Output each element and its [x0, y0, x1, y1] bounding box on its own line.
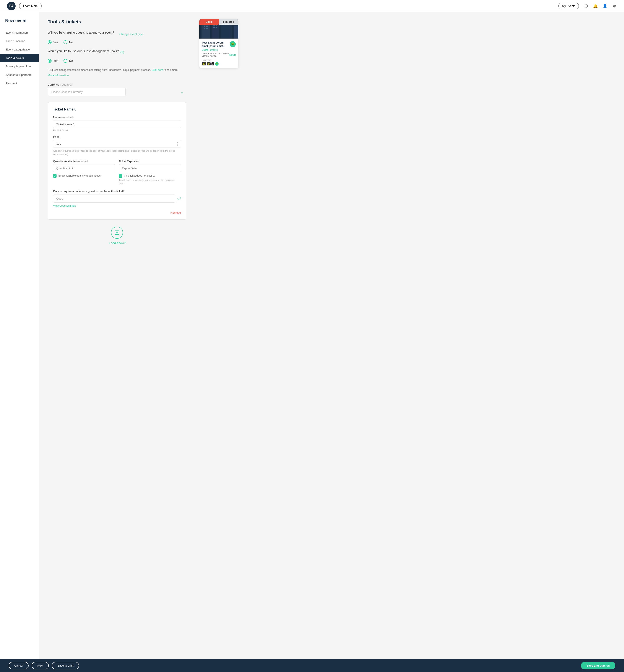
- ticket-price-input[interactable]: [53, 140, 181, 148]
- click-here-link[interactable]: Click here: [152, 69, 163, 72]
- ticket-price-field: Price ▲ ▼ Add any required taxes or fees…: [53, 135, 181, 156]
- preview-event-row: Test Event Lorem amet ipsum amet... Dash…: [202, 41, 236, 51]
- cancel-button[interactable]: Cancel: [9, 662, 29, 669]
- my-events-button[interactable]: My Events: [558, 3, 579, 9]
- app-layout: New event Event information Time & locat…: [0, 12, 624, 672]
- svg-rect-23: [234, 26, 238, 38]
- guest-mgmt-no-radio[interactable]: [63, 59, 68, 63]
- guest-mgmt-yes-radio[interactable]: [48, 59, 52, 63]
- qty-checkbox-row: Show available quantity to attendees.: [53, 174, 115, 178]
- add-ticket-icon: [111, 227, 123, 239]
- qty-required: (required): [76, 160, 88, 163]
- expiry-checkbox-row: This ticket does not expire.: [119, 174, 181, 178]
- svg-rect-14: [213, 27, 215, 28]
- code-input[interactable]: [53, 195, 175, 203]
- preview-event-info: Test Event Lorem amet ipsum amet... Dash…: [202, 41, 228, 51]
- add-ticket-link[interactable]: + Add a ticket: [108, 241, 126, 244]
- expiry-column: Ticket Expiration This ticket does not e…: [119, 160, 181, 185]
- logo: F4: [7, 2, 16, 10]
- preview-tab-basic[interactable]: Basic: [199, 19, 219, 25]
- charging-yes-radio[interactable]: [48, 40, 52, 44]
- expiry-checkbox[interactable]: [119, 174, 122, 178]
- expiry-hint: Ticket won't be visible to purchase afte…: [119, 179, 181, 185]
- ticket-name-required: (required): [61, 116, 74, 119]
- save-draft-button[interactable]: Save to draft: [52, 662, 79, 669]
- ticket-card-title: Ticket Name 0: [53, 107, 181, 111]
- currency-label: Currency (required): [48, 83, 186, 86]
- sidebar-item-time-location[interactable]: Time & location: [0, 37, 39, 45]
- qty-label: Quantity Available (required): [53, 160, 115, 163]
- qty-checkbox[interactable]: [53, 174, 56, 178]
- sidebar-item-event-categorization[interactable]: Event categorization: [0, 45, 39, 54]
- guest-mgmt-info-icon[interactable]: ⓘ: [121, 50, 124, 55]
- currency-required: (required): [60, 83, 72, 86]
- currency-select-wrapper: Please Choose Currency ⌄: [48, 88, 186, 96]
- charging-yes-option[interactable]: Yes: [48, 40, 58, 44]
- charging-no-option[interactable]: No: [63, 40, 73, 44]
- change-event-type-link[interactable]: Change event type: [120, 32, 143, 36]
- bottom-bar: Cancel Next Save to draft Save and publi…: [0, 659, 624, 672]
- sponsor-logo-tree: 🌳: [215, 62, 218, 66]
- add-ticket-section: + Add a ticket: [48, 227, 186, 244]
- quantity-input[interactable]: [53, 164, 115, 172]
- user-icon[interactable]: 👤: [602, 3, 607, 9]
- preview-card: Basic Featured Test Event Lorem amet ips…: [199, 19, 238, 68]
- svg-rect-15: [215, 27, 217, 28]
- ticket-card: Ticket Name 0 Name (required) Ex: VIP Ti…: [48, 102, 186, 220]
- ticket-name-input[interactable]: [53, 120, 181, 128]
- charging-question: Will you be charging guests to attend yo…: [48, 31, 114, 34]
- preview-organizer: Dasha Pavienko: [202, 49, 228, 51]
- sidebar-item-payment[interactable]: Payment: [0, 79, 39, 87]
- sidebar-item-sponsors-partners[interactable]: Sponsors & partners: [0, 71, 39, 79]
- preview-date-price-row: December, 6 2019 11:40 am Vienna, Austri…: [202, 52, 236, 57]
- expiry-label: Ticket Expiration: [119, 160, 181, 163]
- sidebar-item-privacy-guest[interactable]: Privacy & guest info: [0, 62, 39, 71]
- svg-rect-8: [206, 26, 208, 27]
- info-icon[interactable]: ⓘ: [583, 3, 589, 9]
- svg-rect-7: [204, 26, 205, 27]
- ticket-price-wrapper: ▲ ▼: [53, 140, 181, 148]
- preview-organizer-avatar: 🌳: [230, 41, 236, 47]
- ticket-name-hint: Ex: VIP Ticket: [53, 129, 181, 132]
- sponsor-logo-ey2: EY: [207, 62, 211, 66]
- preview-tab-featured[interactable]: Featured: [219, 19, 238, 25]
- price-decrement-button[interactable]: ▼: [177, 144, 179, 146]
- more-information-link[interactable]: More information: [48, 74, 69, 77]
- topnav-left: F4 Learn More: [7, 2, 42, 10]
- code-info-icon[interactable]: ⓘ: [178, 196, 181, 201]
- ticket-name-label: Name (required): [53, 116, 181, 119]
- sidebar-item-tools-tickets[interactable]: Tools & tickets: [0, 54, 39, 62]
- page-title: Tools & tickets: [48, 19, 186, 25]
- quantity-column: Quantity Available (required) Show avail…: [53, 160, 115, 185]
- preview-sponsors-row: EY EY ■ 🌳: [202, 62, 236, 66]
- price-spinners: ▲ ▼: [177, 141, 179, 146]
- remove-ticket-link[interactable]: Remove: [53, 211, 181, 214]
- qty-checkbox-label: Show available quantity to attendees.: [58, 174, 101, 178]
- next-button[interactable]: Next: [32, 662, 49, 669]
- view-code-example-link[interactable]: View Code Example: [53, 204, 77, 207]
- guest-mgmt-question: Would you like to use our Guest Manageme…: [48, 49, 119, 53]
- top-navigation: F4 Learn More My Events ⓘ 🔔 👤 ⊕: [0, 0, 624, 12]
- bottom-bar-actions-right: Save and publish: [581, 662, 615, 669]
- guest-mgmt-radio-group: Yes No: [48, 59, 186, 63]
- expiry-input[interactable]: [119, 164, 181, 172]
- charging-no-radio[interactable]: [63, 40, 68, 44]
- code-question: Do you require a code for a guest to pur…: [53, 189, 181, 193]
- guest-mgmt-yes-option[interactable]: Yes: [48, 59, 58, 63]
- sidebar-item-event-information[interactable]: Event information: [0, 28, 39, 37]
- currency-select[interactable]: Please Choose Currency: [48, 88, 126, 96]
- notifications-icon[interactable]: 🔔: [593, 3, 598, 9]
- preview-tabs: Basic Featured: [199, 19, 238, 25]
- learn-more-button[interactable]: Learn More: [19, 3, 42, 9]
- bottom-bar-actions-left: Cancel Next Save to draft: [9, 662, 79, 669]
- code-section: Do you require a code for a guest to pur…: [53, 189, 181, 208]
- svg-rect-9: [204, 28, 205, 29]
- topnav-right: My Events ⓘ 🔔 👤 ⊕: [558, 3, 617, 9]
- expiry-checkbox-label: This ticket does not expire.: [124, 174, 155, 178]
- charging-question-row: Will you be charging guests to attend yo…: [48, 31, 186, 37]
- price-increment-button[interactable]: ▲: [177, 141, 179, 144]
- add-icon[interactable]: ⊕: [612, 3, 617, 9]
- code-input-row: ⓘ: [53, 195, 181, 203]
- save-publish-button[interactable]: Save and publish: [581, 662, 615, 669]
- guest-mgmt-no-option[interactable]: No: [63, 59, 73, 63]
